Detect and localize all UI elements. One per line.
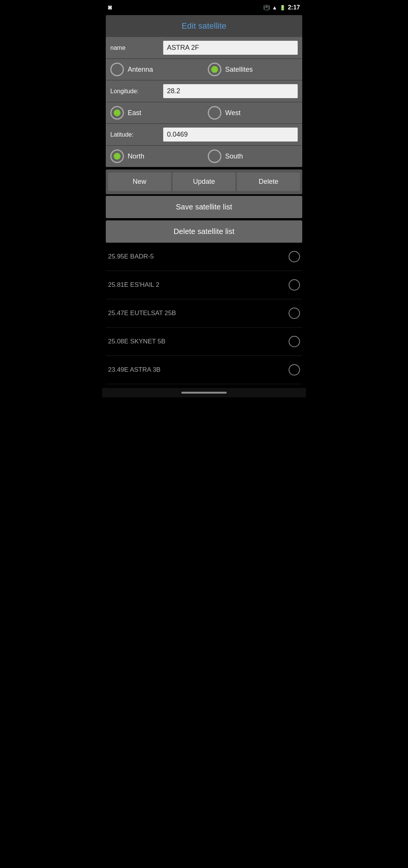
- south-label: South: [225, 152, 243, 160]
- delete-button[interactable]: Delete: [237, 172, 300, 191]
- satellite-item-label: 23.49E ASTRA 3B: [108, 366, 161, 374]
- name-input[interactable]: [163, 41, 298, 55]
- status-right-icons: 📳 ▲ 🔋 2:17: [263, 4, 300, 11]
- west-label: West: [225, 109, 241, 117]
- list-item[interactable]: 25.08E SKYNET 5B: [106, 328, 302, 356]
- ew-radio-row: East West: [106, 102, 302, 124]
- wifi-icon: ▲: [272, 5, 277, 11]
- vibrate-icon: 📳: [263, 5, 270, 11]
- list-item[interactable]: 23.49E ASTRA 3B: [106, 356, 302, 384]
- status-bar: ◙ 📳 ▲ 🔋 2:17: [102, 0, 306, 15]
- satellites-radio-dot: [211, 66, 218, 73]
- clock: 2:17: [288, 4, 300, 11]
- latitude-label: Latitude:: [110, 131, 159, 138]
- delete-satellite-list-button[interactable]: Delete satellite list: [106, 220, 302, 243]
- north-radio-dot: [114, 153, 121, 160]
- east-radio-dot: [114, 109, 121, 116]
- north-label: North: [128, 152, 144, 160]
- battery-icon: 🔋: [280, 5, 286, 11]
- west-radio-group[interactable]: West: [208, 106, 298, 120]
- type-radio-row: Antenna Satellites: [106, 59, 302, 80]
- edit-panel: Edit satellite name Antenna Satellites L…: [106, 15, 302, 167]
- home-indicator[interactable]: [181, 392, 227, 394]
- new-button[interactable]: New: [108, 172, 171, 191]
- save-satellite-list-button[interactable]: Save satellite list: [106, 196, 302, 218]
- satellite-item-radio[interactable]: [289, 279, 300, 291]
- antenna-radio-btn[interactable]: [110, 63, 124, 76]
- east-radio-group[interactable]: East: [110, 106, 200, 120]
- satellite-item-radio[interactable]: [289, 251, 300, 262]
- latitude-input[interactable]: [163, 128, 298, 142]
- list-item[interactable]: 25.81E ES'HAIL 2: [106, 271, 302, 299]
- satellite-item-radio[interactable]: [289, 336, 300, 347]
- longitude-row: Longitude:: [106, 80, 302, 102]
- list-item[interactable]: 25.47E EUTELSAT 25B: [106, 299, 302, 328]
- ns-radio-row: North South: [106, 146, 302, 167]
- antenna-radio-group[interactable]: Antenna: [110, 63, 200, 76]
- action-buttons-row: New Update Delete: [106, 169, 302, 194]
- antenna-label: Antenna: [128, 66, 153, 74]
- edit-title: Edit satellite: [106, 15, 302, 37]
- list-item[interactable]: 25.95E BADR-5: [106, 243, 302, 271]
- satellite-item-label: 25.08E SKYNET 5B: [108, 338, 165, 345]
- name-row: name: [106, 37, 302, 59]
- east-label: East: [128, 109, 141, 117]
- north-radio-group[interactable]: North: [110, 149, 200, 163]
- at-icon: ◙: [108, 4, 112, 11]
- west-radio-btn[interactable]: [208, 106, 221, 120]
- satellite-item-label: 25.47E EUTELSAT 25B: [108, 309, 176, 317]
- satellite-item-label: 25.95E BADR-5: [108, 253, 154, 260]
- satellite-item-radio[interactable]: [289, 364, 300, 376]
- satellite-list: 25.95E BADR-5 25.81E ES'HAIL 2 25.47E EU…: [102, 243, 306, 384]
- longitude-label: Longitude:: [110, 88, 159, 95]
- bottom-bar: [102, 388, 306, 397]
- satellite-item-label: 25.81E ES'HAIL 2: [108, 281, 159, 289]
- longitude-input[interactable]: [163, 84, 298, 98]
- satellites-radio-btn[interactable]: [208, 63, 221, 76]
- south-radio-btn[interactable]: [208, 149, 221, 163]
- status-left-icons: ◙: [108, 4, 112, 11]
- satellites-radio-group[interactable]: Satellites: [208, 63, 298, 76]
- east-radio-btn[interactable]: [110, 106, 124, 120]
- south-radio-group[interactable]: South: [208, 149, 298, 163]
- update-button[interactable]: Update: [173, 172, 236, 191]
- latitude-row: Latitude:: [106, 124, 302, 146]
- north-radio-btn[interactable]: [110, 149, 124, 163]
- satellites-label: Satellites: [225, 66, 253, 74]
- satellite-item-radio[interactable]: [289, 308, 300, 319]
- name-label: name: [110, 45, 159, 51]
